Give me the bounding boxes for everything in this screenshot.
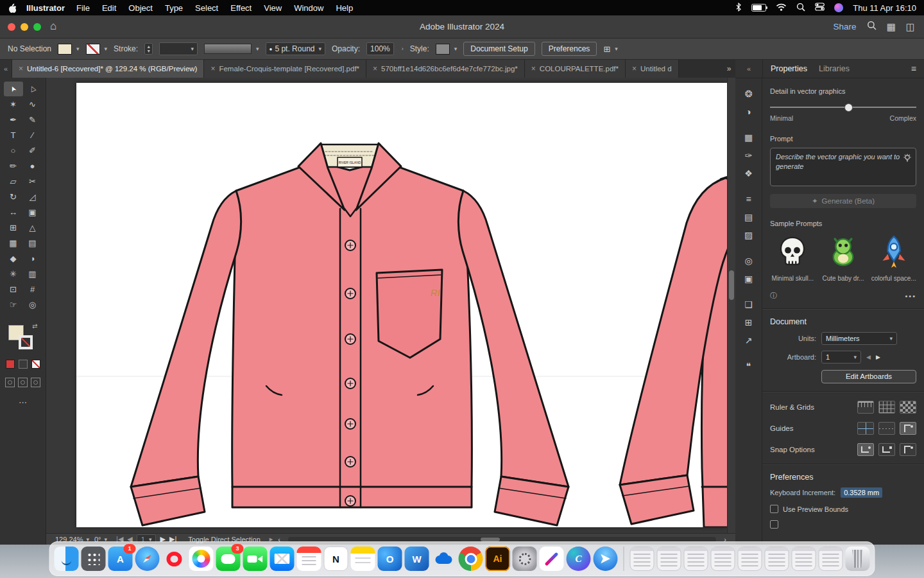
dock-facetime-icon[interactable] bbox=[243, 547, 268, 571]
menubar-clock[interactable]: Thu 11 Apr 16:10 bbox=[853, 3, 916, 13]
menu-help[interactable]: Help bbox=[336, 3, 353, 13]
tool-width[interactable]: ↔ bbox=[4, 205, 23, 220]
dock-chrome-icon[interactable] bbox=[459, 547, 483, 571]
menu-select[interactable]: Select bbox=[195, 3, 218, 13]
dock-canva-icon[interactable]: C bbox=[567, 547, 591, 571]
tool-scissors[interactable]: ✂ bbox=[23, 174, 42, 189]
style-dropdown[interactable]: ▾ bbox=[436, 44, 458, 55]
tool-blob-brush[interactable]: ● bbox=[23, 159, 42, 173]
tool-zoom[interactable]: ◎ bbox=[23, 297, 42, 312]
edit-artboards-button[interactable]: Edit Artboards bbox=[821, 370, 916, 383]
control-center-icon[interactable] bbox=[815, 3, 825, 13]
brushes-panel-icon[interactable]: ✑ bbox=[740, 148, 758, 163]
artboard-dropdown[interactable]: 1▾ bbox=[821, 351, 861, 363]
appearance-panel-icon[interactable]: ◎ bbox=[740, 253, 758, 268]
swatches-panel-icon[interactable]: ▦ bbox=[740, 130, 758, 145]
close-tab-icon[interactable]: × bbox=[19, 64, 23, 73]
dock-finder-icon[interactable] bbox=[55, 547, 79, 571]
tool-magic-wand[interactable]: ✶ bbox=[4, 97, 23, 112]
lightbulb-icon[interactable] bbox=[903, 153, 912, 164]
dock-minimized-window[interactable] bbox=[684, 547, 708, 571]
dock-app-store-icon[interactable]: A1 bbox=[108, 547, 133, 571]
units-dropdown[interactable]: Millimeters▾ bbox=[821, 332, 897, 345]
tool-line-segment[interactable]: ∕ bbox=[23, 128, 42, 143]
previous-artboard-icon[interactable]: ◀ bbox=[866, 354, 871, 360]
color-panel-icon[interactable]: ◑ bbox=[740, 104, 758, 119]
dock-design-app-icon[interactable] bbox=[540, 547, 564, 571]
canvas-area[interactable]: RIVER ISLAND RI bbox=[46, 78, 735, 533]
fill-color-control[interactable]: ▾ bbox=[58, 44, 80, 55]
dock-opera-icon[interactable] bbox=[162, 547, 187, 571]
tool-artboard[interactable]: ⊡ bbox=[4, 282, 23, 297]
draw-inside-mode[interactable] bbox=[31, 378, 40, 387]
dock-minimized-window[interactable] bbox=[711, 547, 735, 571]
dock-settings-icon[interactable] bbox=[513, 547, 537, 571]
close-tab-icon[interactable]: × bbox=[373, 64, 377, 73]
detail-slider[interactable] bbox=[770, 103, 916, 112]
transparency-panel-icon[interactable]: ▨ bbox=[740, 227, 758, 243]
workspace-switcher-icon[interactable]: ▦ bbox=[887, 21, 896, 33]
tool-selection[interactable]: ➤ bbox=[4, 82, 23, 96]
dock-trash-icon[interactable] bbox=[846, 547, 870, 571]
stroke-color-control[interactable]: ▾ bbox=[86, 44, 108, 55]
tool-scale[interactable]: ◿ bbox=[23, 189, 42, 204]
dock-notes-icon[interactable] bbox=[351, 547, 375, 571]
opacity-panel-arrow-icon[interactable]: › bbox=[402, 46, 404, 52]
document-tab[interactable]: × 570bff1e14d626bc6ef6d4e7cfe772bc.jpg* bbox=[366, 60, 525, 78]
horizontal-scrollbar-thumb[interactable] bbox=[481, 538, 500, 541]
tool-eraser[interactable]: ▱ bbox=[4, 174, 23, 189]
dock-notion-icon[interactable]: N bbox=[324, 547, 348, 571]
symbols-panel-icon[interactable]: ❖ bbox=[740, 166, 758, 181]
dock-outlook-icon[interactable]: O bbox=[378, 547, 402, 571]
tool-slice[interactable]: # bbox=[23, 282, 42, 297]
dock-minimized-window[interactable] bbox=[819, 547, 843, 571]
tab-libraries[interactable]: Libraries bbox=[819, 64, 850, 73]
export-panel-icon[interactable]: ↗ bbox=[740, 333, 758, 348]
document-tab[interactable]: × Female-Croquis-template [Recovered].pd… bbox=[204, 60, 366, 78]
scroll-tabs-left-icon[interactable]: « bbox=[0, 60, 12, 78]
info-icon[interactable]: ⓘ bbox=[770, 291, 777, 301]
dock-minimized-window[interactable] bbox=[765, 547, 789, 571]
tool-curvature[interactable]: ✎ bbox=[23, 112, 42, 127]
sample-dragon[interactable]: Cute baby dr... bbox=[821, 232, 866, 282]
vertical-scrollbar[interactable] bbox=[727, 78, 735, 533]
none-swatch[interactable] bbox=[31, 360, 40, 369]
tool-paintbrush[interactable]: ✐ bbox=[23, 143, 42, 158]
tool-type[interactable]: T bbox=[4, 128, 23, 143]
links-panel-icon[interactable]: ▣ bbox=[740, 271, 758, 286]
draw-behind-mode[interactable] bbox=[18, 378, 28, 387]
draw-normal-mode[interactable] bbox=[5, 378, 15, 387]
show-rulers-button[interactable] bbox=[857, 401, 874, 414]
swap-fill-stroke-icon[interactable]: ⇄ bbox=[32, 322, 37, 329]
variable-width-dropdown[interactable]: ▾ bbox=[204, 44, 259, 54]
comments-panel-icon[interactable]: ❝ bbox=[740, 358, 758, 374]
close-tab-icon[interactable]: × bbox=[531, 64, 536, 73]
menu-object[interactable]: Object bbox=[128, 3, 153, 13]
tool-pencil[interactable]: ✏ bbox=[4, 159, 23, 173]
tool-mesh[interactable]: ▦ bbox=[4, 236, 23, 250]
stroke-weight-dropdown[interactable]: ▾ bbox=[159, 42, 198, 55]
stroke-weight-stepper[interactable]: ▲▼ bbox=[144, 43, 153, 55]
artboard[interactable]: RIVER ISLAND RI bbox=[76, 83, 727, 527]
panel-menu-icon[interactable]: ≡ bbox=[911, 64, 916, 74]
more-options-control[interactable]: ⊞▾ bbox=[603, 44, 617, 54]
dock-photos-icon[interactable] bbox=[189, 547, 214, 571]
tool-lasso[interactable]: ∿ bbox=[23, 97, 42, 112]
spotlight-icon[interactable] bbox=[796, 3, 805, 13]
tool-column-graph[interactable]: ▥ bbox=[23, 267, 42, 281]
prompt-input[interactable]: Describe the vector graphic you want to … bbox=[770, 148, 916, 186]
menu-effect[interactable]: Effect bbox=[230, 3, 252, 13]
smart-guides-button[interactable] bbox=[900, 422, 916, 435]
tool-blend[interactable]: ◑ bbox=[23, 251, 42, 266]
tool-pen[interactable]: ✒ bbox=[4, 112, 23, 127]
vertical-scrollbar-thumb[interactable] bbox=[729, 270, 734, 300]
sample-rocket[interactable]: colorful space... bbox=[871, 232, 916, 282]
collapse-strip-icon[interactable]: « bbox=[735, 60, 763, 78]
menu-edit[interactable]: Edit bbox=[102, 3, 116, 13]
dock-minimized-window[interactable] bbox=[792, 547, 816, 571]
tool-symbol-sprayer[interactable]: ✳ bbox=[4, 267, 23, 281]
use-preview-bounds-checkbox[interactable] bbox=[770, 505, 778, 513]
document-tab[interactable]: × Untitled-6 [Recovered]* @ 129.24 % (RG… bbox=[12, 60, 204, 78]
panel-options-icon[interactable]: ••• bbox=[905, 292, 916, 300]
tool-direct-selection[interactable]: ▷ bbox=[23, 82, 42, 96]
